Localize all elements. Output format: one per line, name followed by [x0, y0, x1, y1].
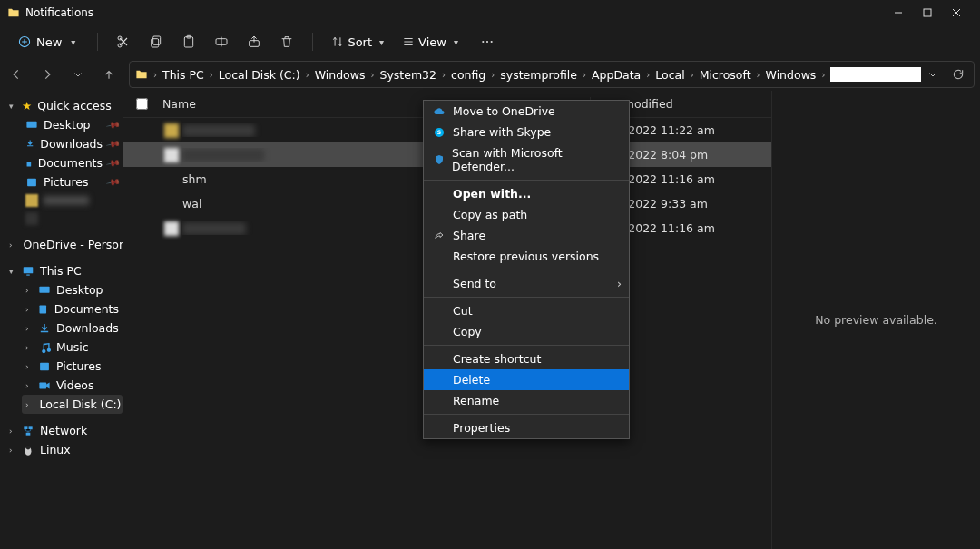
- plus-circle-icon: [18, 35, 31, 48]
- sidebar-pc-desktop[interactable]: ›Desktop: [22, 280, 122, 299]
- svg-rect-20: [40, 362, 49, 369]
- crumb-systemprofile[interactable]: systemprofile: [500, 68, 577, 82]
- sort-icon: [331, 35, 344, 48]
- ctx-copy[interactable]: Copy: [424, 321, 629, 342]
- close-button[interactable]: [951, 7, 962, 18]
- sidebar-this-pc[interactable]: ▾This PC: [5, 261, 122, 280]
- sidebar-pc-downloads[interactable]: ›Downloads: [22, 319, 122, 338]
- crumb-config[interactable]: config: [451, 68, 485, 82]
- breadcrumb[interactable]: › This PC› Local Disk (C:)› Windows› Sys…: [129, 61, 975, 88]
- toolbar: New ▾ Sort ▾ View ▾: [0, 25, 980, 58]
- crumb-current-white[interactable]: [830, 67, 921, 82]
- ctx-move-onedrive[interactable]: Move to OneDrive: [424, 101, 629, 122]
- ctx-copy-path[interactable]: Copy as path: [424, 204, 629, 225]
- more-button[interactable]: [475, 29, 500, 54]
- crumb-local[interactable]: Local: [655, 68, 684, 82]
- cut-icon[interactable]: [111, 29, 136, 54]
- sidebar-pc-documents[interactable]: ›Documents: [22, 299, 122, 319]
- ctx-share[interactable]: Share: [424, 225, 629, 246]
- cloud-icon: [433, 105, 446, 118]
- ctx-properties[interactable]: Properties: [424, 417, 629, 438]
- crumb-system32[interactable]: System32: [380, 68, 437, 82]
- recent-down-button[interactable]: [71, 67, 85, 82]
- sidebar-linux[interactable]: ›Linux: [5, 440, 122, 459]
- forward-button[interactable]: [40, 67, 54, 82]
- sidebar-network[interactable]: ›Network: [5, 421, 122, 440]
- sidebar-onedrive[interactable]: ›OneDrive - Personal: [5, 235, 122, 254]
- sidebar-blurred-1[interactable]: [22, 191, 122, 210]
- svg-rect-5: [152, 39, 159, 47]
- sidebar-quick-access[interactable]: ▾★Quick access: [5, 96, 122, 115]
- select-all-checkbox[interactable]: [136, 98, 148, 110]
- ctx-create-shortcut[interactable]: Create shortcut: [424, 348, 629, 369]
- view-icon: [402, 35, 415, 48]
- folder-icon: [135, 68, 148, 81]
- sidebar-item-desktop[interactable]: Desktop📌: [22, 115, 122, 134]
- ctx-rename[interactable]: Rename: [424, 390, 629, 411]
- up-button[interactable]: [102, 67, 116, 82]
- penguin-icon: [22, 444, 34, 456]
- network-icon: [22, 425, 34, 437]
- ctx-delete[interactable]: Delete: [424, 369, 629, 390]
- pin-icon: 📌: [106, 156, 121, 171]
- delete-icon[interactable]: [274, 29, 299, 54]
- svg-rect-16: [27, 178, 36, 185]
- sidebar-item-documents[interactable]: Documents📌: [22, 153, 122, 172]
- pin-icon: 📌: [106, 118, 121, 132]
- preview-pane: No preview available.: [771, 91, 980, 549]
- svg-rect-17: [24, 267, 34, 273]
- ctx-cut[interactable]: Cut: [424, 300, 629, 321]
- address-dropdown-button[interactable]: [923, 64, 943, 84]
- window-title: Notifications: [25, 6, 93, 19]
- folder-icon: [7, 6, 20, 19]
- sort-button[interactable]: Sort ▾: [326, 32, 389, 53]
- svg-rect-0: [924, 9, 931, 16]
- monitor-icon: [22, 265, 34, 278]
- ctx-restore[interactable]: Restore previous versions: [424, 246, 629, 267]
- paste-icon[interactable]: [176, 29, 201, 54]
- rename-icon[interactable]: [209, 29, 234, 54]
- back-button[interactable]: [9, 67, 24, 82]
- ctx-share-skype[interactable]: SShare with Skype: [424, 122, 629, 142]
- share-arrow-icon: [433, 230, 446, 242]
- separator: [312, 33, 313, 51]
- refresh-button[interactable]: [948, 64, 968, 84]
- crumb-windows2[interactable]: Windows: [766, 68, 817, 82]
- crumb-microsoft[interactable]: Microsoft: [700, 68, 751, 82]
- new-button[interactable]: New ▾: [9, 32, 84, 53]
- pin-icon: 📌: [106, 175, 121, 190]
- sidebar-pc-pictures[interactable]: ›Pictures: [22, 357, 122, 376]
- context-menu: Move to OneDrive SShare with Skype Scan …: [423, 100, 630, 439]
- svg-rect-15: [27, 162, 32, 166]
- ctx-open-with[interactable]: Open with...: [424, 183, 629, 204]
- sidebar-pc-videos[interactable]: ›Videos: [22, 376, 122, 395]
- pin-icon: 📌: [106, 137, 121, 152]
- ctx-scan-defender[interactable]: Scan with Microsoft Defender...: [424, 142, 629, 177]
- maximize-button[interactable]: [922, 7, 933, 18]
- crumb-appdata[interactable]: AppData: [592, 68, 641, 82]
- share-icon[interactable]: [241, 29, 267, 54]
- chevron-down-icon: ▾: [71, 37, 75, 47]
- svg-rect-26: [26, 432, 31, 435]
- svg-rect-4: [153, 36, 161, 44]
- sidebar-pc-music[interactable]: ›Music: [22, 338, 122, 357]
- svg-rect-25: [29, 426, 33, 429]
- crumb-local-disk[interactable]: Local Disk (C:): [219, 68, 300, 82]
- ctx-send-to[interactable]: Send to: [424, 273, 629, 294]
- minimize-button[interactable]: [893, 7, 904, 18]
- titlebar: Notifications: [0, 0, 980, 25]
- crumb-this-pc[interactable]: This PC: [162, 68, 204, 82]
- svg-rect-19: [40, 305, 47, 313]
- sidebar-item-downloads[interactable]: Downloads📌: [22, 134, 122, 153]
- view-label: View: [418, 35, 446, 49]
- svg-point-12: [491, 41, 493, 43]
- svg-rect-14: [26, 121, 36, 127]
- svg-point-10: [482, 41, 484, 43]
- copy-icon[interactable]: [143, 29, 169, 54]
- sidebar-item-pictures[interactable]: Pictures📌: [22, 172, 122, 191]
- sidebar-blurred-2[interactable]: [22, 210, 122, 228]
- sidebar-pc-local-disk[interactable]: ›Local Disk (C:): [22, 395, 122, 414]
- view-button[interactable]: View ▾: [397, 32, 464, 53]
- svg-rect-24: [24, 426, 27, 429]
- crumb-windows[interactable]: Windows: [315, 68, 366, 82]
